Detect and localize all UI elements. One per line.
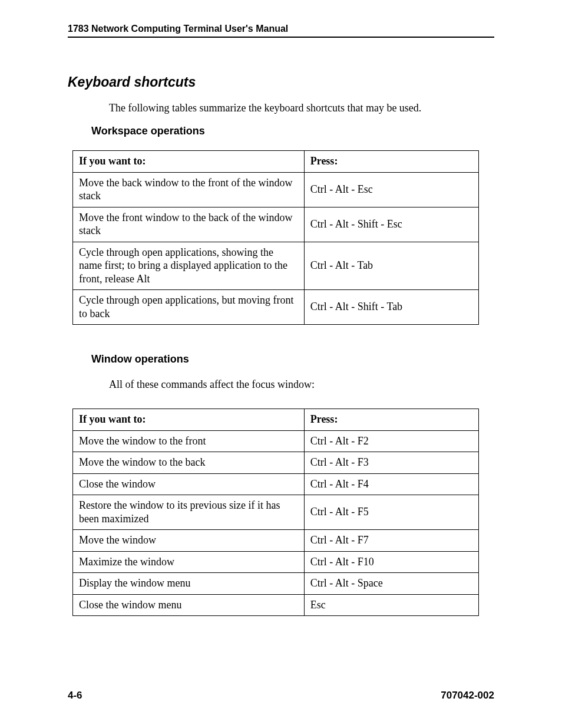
cell-press: Ctrl - Alt - Tab [304,242,478,290]
cell-action: Move the front window to the back of the… [73,207,305,242]
cell-press: Ctrl - Alt - F3 [304,452,478,474]
col-header-press: Press: [304,409,478,431]
col-header-action: If you want to: [73,151,305,173]
table-row: Move the window to the frontCtrl - Alt -… [73,430,479,452]
col-header-press: Press: [304,151,478,173]
cell-action: Move the window [73,530,305,552]
table-row: Move the front window to the back of the… [73,207,479,242]
cell-action: Cycle through open applications, but mov… [73,290,305,325]
cell-action: Cycle through open applications, showing… [73,242,305,290]
cell-action: Move the window to the back [73,452,305,474]
cell-press: Esc [304,594,478,616]
window-ops-table: If you want to: Press: Move the window t… [72,409,479,616]
cell-action: Move the back window to the front of the… [73,172,305,207]
cell-action: Close the window menu [73,594,305,616]
window-ops-title: Window operations [91,353,494,365]
table-row: Restore the window to its previous size … [73,495,479,530]
footer-page-number: 4-6 [68,690,82,701]
table-row: Close the windowCtrl - Alt - F4 [73,473,479,495]
table-row: Cycle through open applications, showing… [73,242,479,290]
cell-press: Ctrl - Alt - Space [304,573,478,595]
cell-action: Close the window [73,473,305,495]
table-row: Maximize the windowCtrl - Alt - F10 [73,551,479,573]
cell-action: Display the window menu [73,573,305,595]
table-row: Display the window menuCtrl - Alt - Spac… [73,573,479,595]
running-header: 1783 Network Computing Terminal User's M… [68,24,494,38]
table-row: Close the window menuEsc [73,594,479,616]
workspace-ops-title: Workspace operations [91,125,494,137]
page-footer: 4-6 707042-002 [68,690,494,701]
cell-press: Ctrl - Alt - F2 [304,430,478,452]
cell-action: Restore the window to its previous size … [73,495,305,530]
cell-press: Ctrl - Alt - F7 [304,530,478,552]
table-row: Move the window to the backCtrl - Alt - … [73,452,479,474]
footer-doc-number: 707042-002 [441,690,494,701]
cell-press: Ctrl - Alt - Shift - Esc [304,207,478,242]
cell-press: Ctrl - Alt - F5 [304,495,478,530]
section-intro: The following tables summarize the keybo… [109,102,494,114]
cell-press: Ctrl - Alt - F10 [304,551,478,573]
window-ops-intro: All of these commands affect the focus w… [109,378,494,391]
section-title: Keyboard shortcuts [68,74,494,90]
cell-press: Ctrl - Alt - F4 [304,473,478,495]
col-header-action: If you want to: [73,409,305,431]
cell-action: Maximize the window [73,551,305,573]
table-header-row: If you want to: Press: [73,151,479,173]
workspace-ops-table: If you want to: Press: Move the back win… [72,150,479,325]
table-header-row: If you want to: Press: [73,409,479,431]
table-row: Cycle through open applications, but mov… [73,290,479,325]
table-row: Move the back window to the front of the… [73,172,479,207]
cell-press: Ctrl - Alt - Shift - Tab [304,290,478,325]
cell-press: Ctrl - Alt - Esc [304,172,478,207]
cell-action: Move the window to the front [73,430,305,452]
table-row: Move the windowCtrl - Alt - F7 [73,530,479,552]
